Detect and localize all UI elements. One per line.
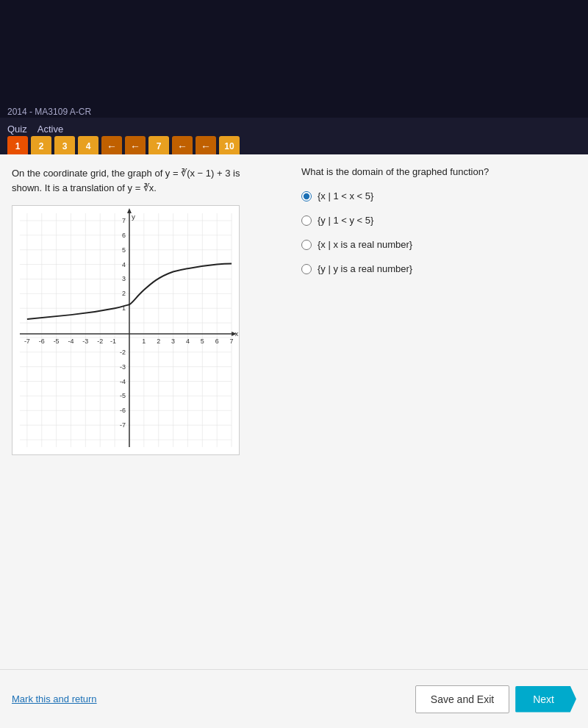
svg-text:-2: -2 <box>97 338 103 345</box>
main-content: On the coordinate grid, the graph of y =… <box>0 154 588 669</box>
svg-text:6: 6 <box>215 338 219 345</box>
bottom-right-buttons: Save and Exit Next <box>415 685 576 713</box>
domain-question: What is the domain of the graphed functi… <box>301 166 576 177</box>
option-4-label: {y | y is a real number} <box>318 263 412 274</box>
svg-text:4: 4 <box>186 338 190 345</box>
nav-btn-2[interactable]: 2 <box>31 136 51 157</box>
page-title: 2014 - MA3109 A-CR <box>7 107 91 117</box>
svg-text:-3: -3 <box>82 338 88 345</box>
svg-text:5: 5 <box>201 338 204 345</box>
option-1-label: {x | 1 < x < 5} <box>318 190 373 201</box>
quiz-label: Quiz <box>7 124 27 135</box>
svg-text:-4: -4 <box>120 378 126 385</box>
svg-text:-3: -3 <box>120 363 126 371</box>
svg-text:y: y <box>132 213 135 221</box>
option-2[interactable]: {y | 1 < y < 5} <box>301 215 576 226</box>
radio-opt2[interactable] <box>301 215 312 226</box>
svg-text:-7: -7 <box>24 338 30 345</box>
svg-text:7: 7 <box>122 217 126 224</box>
save-exit-button[interactable]: Save and Exit <box>415 685 509 713</box>
question-line2: shown. It is a translation of y = ∛x. <box>12 182 157 193</box>
svg-text:-5: -5 <box>120 392 126 399</box>
mark-return-link[interactable]: Mark this and return <box>12 693 97 704</box>
svg-marker-63 <box>127 208 132 213</box>
nav-btn-3[interactable]: 3 <box>54 136 75 157</box>
svg-text:5: 5 <box>122 246 126 254</box>
question-nav: 1 2 3 4 ← ← 7 ← ← 10 <box>7 136 240 157</box>
svg-text:-2: -2 <box>120 349 126 356</box>
svg-text:-6: -6 <box>39 338 45 345</box>
svg-text:7: 7 <box>230 338 234 345</box>
nav-btn-back1[interactable]: ← <box>101 136 122 157</box>
svg-text:3: 3 <box>171 338 175 345</box>
dark-background <box>0 0 588 118</box>
coordinate-graph: -7 -6 -5 -4 -3 -2 -1 1 2 3 4 5 6 7 x <box>12 206 239 454</box>
svg-text:-4: -4 <box>68 338 74 345</box>
option-3-label: {x | x is a real number} <box>318 239 412 250</box>
svg-text:2: 2 <box>157 338 160 345</box>
nav-btn-7[interactable]: 7 <box>148 136 169 157</box>
radio-opt3[interactable] <box>301 240 312 250</box>
svg-text:-6: -6 <box>120 407 126 414</box>
radio-opt1[interactable] <box>301 191 312 201</box>
svg-text:6: 6 <box>122 232 126 239</box>
svg-text:1: 1 <box>142 338 146 345</box>
svg-text:-1: -1 <box>110 338 116 345</box>
option-4[interactable]: {y | y is a real number} <box>301 263 576 274</box>
svg-text:4: 4 <box>122 261 126 268</box>
svg-text:3: 3 <box>122 275 126 282</box>
question-text: On the coordinate grid, the graph of y =… <box>12 166 287 195</box>
radio-opt4[interactable] <box>301 264 312 274</box>
right-panel: What is the domain of the graphed functi… <box>301 166 576 657</box>
bottom-bar: Mark this and return Save and Exit Next <box>0 669 588 728</box>
left-panel: On the coordinate grid, the graph of y =… <box>12 166 287 657</box>
nav-btn-back3[interactable]: ← <box>172 136 193 157</box>
option-1[interactable]: {x | 1 < x < 5} <box>301 190 576 201</box>
nav-btn-back4[interactable]: ← <box>196 136 216 157</box>
svg-text:2: 2 <box>122 290 126 297</box>
question-line1: On the coordinate grid, the graph of y =… <box>12 168 240 179</box>
nav-btn-1[interactable]: 1 <box>7 136 28 157</box>
option-2-label: {y | 1 < y < 5} <box>318 215 373 226</box>
graph-container: -7 -6 -5 -4 -3 -2 -1 1 2 3 4 5 6 7 x <box>12 205 240 455</box>
svg-text:-5: -5 <box>54 338 60 345</box>
option-3[interactable]: {x | x is a real number} <box>301 239 576 250</box>
nav-btn-4[interactable]: 4 <box>78 136 98 157</box>
active-label: Active <box>37 124 63 135</box>
next-button[interactable]: Next <box>515 686 576 713</box>
nav-btn-back2[interactable]: ← <box>125 136 146 157</box>
svg-text:-7: -7 <box>120 421 126 429</box>
nav-btn-10[interactable]: 10 <box>219 136 240 157</box>
title-text: 2014 - MA3109 A-CR <box>7 107 91 117</box>
